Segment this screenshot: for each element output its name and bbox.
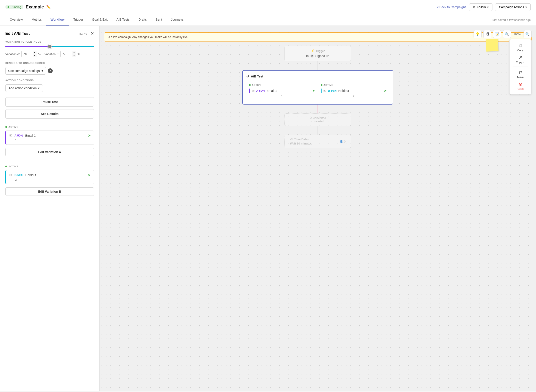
copy-action[interactable]: ⧉ Copy xyxy=(513,43,528,52)
campaign-actions-label: Campaign Actions xyxy=(499,5,524,9)
time-delay-value: Wait 10 minutes xyxy=(290,142,312,145)
add-action-condition-button[interactable]: Add action condition ▾ xyxy=(5,84,43,92)
variation-b-number: 2 xyxy=(9,178,91,181)
variation-b-down[interactable]: ▼ xyxy=(72,54,76,57)
tab-goal-exit[interactable]: Goal & Exit xyxy=(88,14,112,26)
ab-variation-a-send-icon: ➤ xyxy=(312,89,315,93)
trigger-text: Trigger xyxy=(316,49,325,53)
panel-header: Edit A/B Test ID: 49 ✕ xyxy=(5,31,94,36)
time-delay-count-value: 0 xyxy=(344,140,345,143)
delete-action[interactable]: ⊗ Delete xyxy=(513,81,528,91)
running-label: Running xyxy=(10,5,21,9)
see-results-button[interactable]: See Results xyxy=(5,109,94,119)
panel-id: ID: 49 xyxy=(79,32,87,35)
top-bar-right: < Back to Campaigns ⊕ Follow ▾ Campaign … xyxy=(437,3,531,11)
tab-workflow[interactable]: Workflow xyxy=(46,14,69,26)
variation-a-up[interactable]: ▲ xyxy=(33,51,37,54)
variation-b-label: Variation B: xyxy=(44,52,59,56)
variation-a-status: ACTIVE xyxy=(9,126,19,128)
variation-a-label: Variation A: xyxy=(5,52,20,56)
image-icon-btn[interactable]: 🖼 xyxy=(483,30,491,38)
copy-to-action[interactable]: ↗ Copy to xyxy=(513,55,528,64)
lightbulb-icon-btn[interactable]: 💡 xyxy=(474,30,482,38)
variation-b-badge: B 50% xyxy=(14,173,23,177)
variation-a-badge: A 50% xyxy=(14,134,23,137)
edit-icon[interactable]: ✏️ xyxy=(46,5,51,9)
ab-variation-b-number: 2 xyxy=(321,95,387,98)
time-delay-node[interactable]: ⏱ Time Delay Wait 10 minutes 👤 0 xyxy=(284,135,351,148)
follow-chevron-icon: ▾ xyxy=(487,5,489,9)
tab-overview[interactable]: Overview xyxy=(5,14,27,26)
converted-node[interactable]: ↺ converted converted xyxy=(284,113,351,126)
follow-button[interactable]: ⊕ Follow ▾ xyxy=(469,3,493,11)
trigger-label: ⚡ Trigger xyxy=(311,49,325,53)
action-conditions-label: ACTION CONDITIONS xyxy=(5,79,94,82)
nav-tabs: Overview Metrics Workflow Trigger Goal &… xyxy=(0,14,536,26)
ab-variation-b-inner: ✉ B 50% Holdout xyxy=(323,89,349,93)
note-icon-btn[interactable]: 📝 xyxy=(493,30,501,38)
tab-ab-tests[interactable]: A/B Tests xyxy=(112,14,134,26)
variation-a-input[interactable] xyxy=(22,51,33,57)
ab-variation-a-badge: A 50% xyxy=(256,89,265,92)
pause-test-button[interactable]: Pause Test xyxy=(5,97,94,107)
tab-sent[interactable]: Sent xyxy=(151,14,167,26)
follow-plus-icon: ⊕ xyxy=(473,5,476,9)
ab-variation-b-send-icon: ➤ xyxy=(384,89,387,93)
variation-slider-track[interactable] xyxy=(5,46,94,47)
move-label: Move xyxy=(517,76,524,79)
variation-percentages-label: VARIATION PERCENTAGES xyxy=(5,40,94,43)
sending-help-icon[interactable]: ? xyxy=(48,68,53,73)
sending-dropdown-arrow: ▾ xyxy=(42,69,43,73)
close-panel-button[interactable]: ✕ xyxy=(91,31,94,36)
zoom-in-icon-btn[interactable]: 🔍 xyxy=(503,30,511,38)
ab-test-header-icon: ⇄ xyxy=(246,74,249,78)
tab-journeys[interactable]: Journeys xyxy=(167,14,188,26)
tab-drafts[interactable]: Drafts xyxy=(134,14,151,26)
variation-b-card: ✉ B 50% Holdout ➤ 2 xyxy=(5,170,94,184)
ab-variations: ACTIVE ✉ A 50% Email 1 xyxy=(246,81,389,101)
trigger-bolt-icon: ⚡ xyxy=(311,49,314,53)
time-delay-label: ⏱ Time Delay xyxy=(290,138,312,141)
variation-a-card-top: ✉ A 50% Email 1 ➤ xyxy=(9,133,91,138)
ab-variation-b-dot xyxy=(321,84,322,86)
tab-metrics[interactable]: Metrics xyxy=(27,14,46,26)
ab-variation-b: ACTIVE ✉ B 50% Holdout xyxy=(318,81,390,101)
trigger-node[interactable]: ⚡ Trigger in ↺ Signed up xyxy=(284,46,351,61)
variation-a-down[interactable]: ▼ xyxy=(33,54,37,57)
trigger-in-text: in xyxy=(306,54,309,58)
edit-variation-b-button[interactable]: Edit Variation B xyxy=(5,187,94,196)
ab-variation-b-active: ACTIVE xyxy=(321,84,387,86)
ab-variation-a: ACTIVE ✉ A 50% Email 1 xyxy=(246,81,318,101)
converted-label-text: converted xyxy=(313,116,326,120)
copy-to-icon: ↗ xyxy=(519,55,522,60)
zoom-out-icon-btn[interactable]: 🔍 xyxy=(524,30,531,38)
canvas-inner: is a live campaign. Any changes you make… xyxy=(100,26,536,225)
sticky-note xyxy=(486,39,499,52)
tab-trigger[interactable]: Trigger xyxy=(69,14,88,26)
ab-variation-b-name: Holdout xyxy=(338,89,349,93)
ab-variation-a-border: ✉ A 50% Email 1 xyxy=(249,89,277,93)
nav-tabs-left: Overview Metrics Workflow Trigger Goal &… xyxy=(5,14,188,26)
last-saved: Last saved a few seconds ago xyxy=(492,18,531,22)
main-layout: Edit A/B Test ID: 49 ✕ VARIATION PERCENT… xyxy=(0,26,536,391)
variation-a-email-icon: ✉ xyxy=(9,133,12,138)
warning-banner: is a live campaign. Any changes you make… xyxy=(104,33,531,42)
slider-thumb[interactable] xyxy=(48,44,52,49)
copy-to-label: Copy to xyxy=(516,61,525,64)
time-delay-wait-text: Wait xyxy=(290,142,296,145)
canvas-area[interactable]: is a live campaign. Any changes you make… xyxy=(100,26,536,391)
sending-dropdown-value: Use campaign settings xyxy=(8,69,40,73)
variation-b-up[interactable]: ▲ xyxy=(72,51,76,54)
edit-variation-a-button[interactable]: Edit Variation A xyxy=(5,148,94,156)
actions-chevron-icon: ▾ xyxy=(525,5,527,9)
ab-test-node[interactable]: ⇄ A/B Test ACTIVE xyxy=(242,70,393,105)
variation-b-input[interactable] xyxy=(61,51,72,57)
variation-b-group: Variation B: ▲ ▼ % xyxy=(44,51,80,57)
connector-ab-to-converted xyxy=(318,105,318,113)
sending-dropdown[interactable]: Use campaign settings ▾ xyxy=(5,67,46,75)
move-action[interactable]: ⇄ Move xyxy=(513,70,528,79)
back-to-campaigns-link[interactable]: < Back to Campaigns xyxy=(437,5,466,9)
campaign-actions-button[interactable]: Campaign Actions ▾ xyxy=(495,3,531,11)
ab-variation-a-dot xyxy=(249,84,251,86)
sending-dropdown-row: Use campaign settings ▾ ? xyxy=(5,67,94,75)
